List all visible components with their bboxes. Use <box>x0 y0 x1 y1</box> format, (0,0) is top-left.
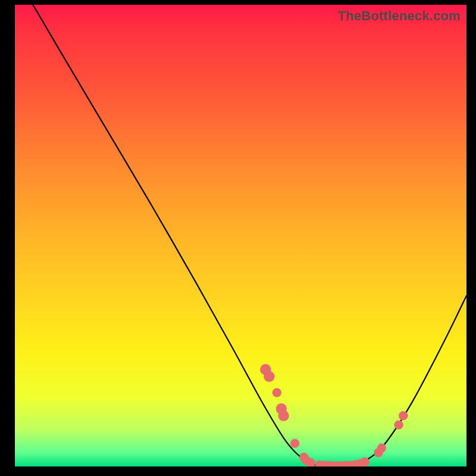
data-marker <box>264 371 274 381</box>
data-marker <box>394 420 403 429</box>
data-marker <box>399 411 408 420</box>
chart-svg <box>15 5 466 466</box>
chart-plot-area: TheBottleneck.com <box>15 5 466 466</box>
data-marker <box>273 388 281 397</box>
data-marker <box>290 439 299 448</box>
watermark-text: TheBottleneck.com <box>338 8 461 24</box>
data-markers <box>260 364 408 466</box>
data-marker <box>377 443 386 452</box>
data-marker <box>278 410 289 421</box>
data-marker <box>361 458 369 466</box>
bottleneck-curve <box>33 5 466 466</box>
